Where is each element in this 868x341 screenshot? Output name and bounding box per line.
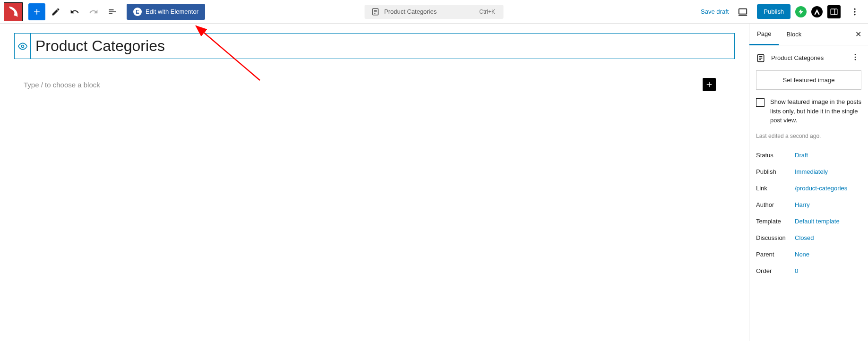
page-meta-list: Status Draft Publish Immediately Link /p… (749, 147, 868, 279)
meta-label: Author (756, 201, 795, 208)
svg-point-9 (854, 11, 855, 12)
redo-button (85, 3, 102, 20)
tab-page[interactable]: Page (749, 24, 779, 45)
meta-row-link: Link /product-categories (756, 180, 861, 196)
elementor-button-label: Edit with Elementor (146, 8, 198, 15)
document-title-bar[interactable]: Product Categories Ctrl+K (364, 5, 504, 19)
svg-point-10 (854, 14, 855, 15)
page-icon (756, 53, 765, 63)
last-edited-text: Last edited a second ago. (749, 133, 868, 147)
meta-label: Publish (756, 168, 795, 175)
settings-sidebar: Page Block ✕ Product Categories Set feat… (749, 24, 868, 341)
set-featured-image-button[interactable]: Set featured image (756, 70, 861, 90)
site-logo[interactable] (4, 2, 23, 21)
document-overview-button[interactable] (104, 3, 121, 20)
meta-row-parent: Parent None (756, 246, 861, 263)
featured-image-option-row: Show featured image in the posts lists o… (749, 97, 868, 133)
svg-rect-4 (739, 9, 747, 14)
editor-area: Type / to choose a block (0, 24, 749, 341)
top-toolbar: E Edit with Elementor Product Categories… (0, 0, 868, 24)
edit-with-elementor-button[interactable]: E Edit with Elementor (127, 4, 205, 20)
svg-rect-6 (831, 9, 837, 15)
save-draft-button[interactable]: Save draft (701, 8, 729, 15)
meta-value-order[interactable]: 0 (795, 267, 798, 274)
featured-image-checkbox[interactable] (756, 98, 765, 107)
featured-image-option-label: Show featured image in the posts lists o… (770, 97, 861, 125)
tools-button[interactable] (47, 3, 64, 20)
meta-value-template[interactable]: Default template (795, 218, 840, 225)
visibility-icon[interactable] (15, 34, 31, 59)
meta-row-author: Author Harry (756, 196, 861, 213)
svg-point-20 (855, 59, 856, 60)
page-title-input[interactable] (31, 34, 734, 59)
inline-add-block-button[interactable] (703, 78, 716, 91)
page-actions-menu[interactable] (849, 51, 861, 65)
close-sidebar-button[interactable]: ✕ (849, 30, 868, 39)
meta-value-discussion[interactable]: Closed (795, 234, 814, 241)
meta-value-link[interactable]: /product-categories (795, 185, 847, 192)
sidebar-page-header: Product Categories (749, 45, 868, 70)
svg-point-8 (854, 8, 855, 9)
preview-button[interactable] (734, 3, 751, 20)
meta-label: Template (756, 218, 795, 225)
topbar-right-actions: Save draft Publish (701, 3, 864, 20)
more-options-button[interactable] (846, 3, 863, 20)
meta-row-publish: Publish Immediately (756, 163, 861, 180)
svg-point-18 (855, 54, 856, 55)
meta-value-parent[interactable]: None (795, 251, 809, 258)
block-placeholder-text[interactable]: Type / to choose a block (24, 81, 100, 89)
title-block (14, 33, 735, 59)
block-inserter-row: Type / to choose a block (19, 78, 735, 91)
publish-button[interactable]: Publish (757, 4, 791, 19)
sidebar-page-title: Product Categories (771, 54, 843, 61)
meta-value-status[interactable]: Draft (795, 152, 808, 159)
tab-block[interactable]: Block (779, 24, 809, 44)
meta-label: Status (756, 152, 795, 159)
add-block-button[interactable] (28, 3, 45, 20)
meta-value-publish[interactable]: Immediately (795, 168, 828, 175)
elementor-icon: E (133, 8, 142, 16)
meta-row-discussion: Discussion Closed (756, 230, 861, 246)
jetpack-icon[interactable] (795, 6, 807, 17)
shortcut-hint: Ctrl+K (479, 9, 495, 15)
meta-row-status: Status Draft (756, 147, 861, 163)
meta-label: Link (756, 185, 795, 192)
meta-value-author[interactable]: Harry (795, 201, 810, 208)
meta-label: Order (756, 267, 795, 274)
undo-button[interactable] (66, 3, 83, 20)
meta-label: Discussion (756, 234, 795, 241)
meta-row-order: Order 0 (756, 263, 861, 279)
svg-point-11 (21, 45, 24, 47)
main-content: Type / to choose a block Page Block ✕ Pr… (0, 24, 868, 341)
settings-panel-toggle[interactable] (827, 5, 841, 18)
sidebar-tabs: Page Block ✕ (749, 24, 868, 45)
meta-row-template: Template Default template (756, 213, 861, 230)
svg-point-19 (855, 57, 856, 58)
document-title-label: Product Categories (384, 8, 437, 15)
meta-label: Parent (756, 251, 795, 258)
astra-icon[interactable] (811, 6, 823, 17)
document-icon (371, 8, 379, 16)
